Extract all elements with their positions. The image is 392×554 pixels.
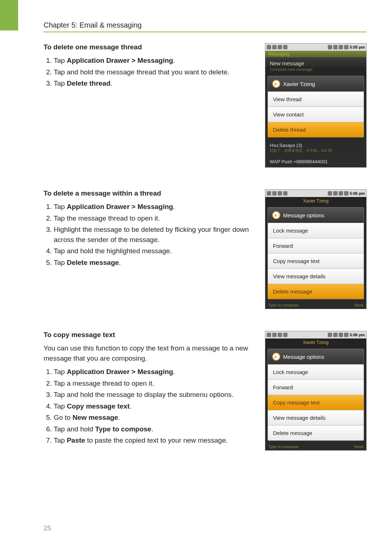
status-bar: 5:06 pm bbox=[265, 331, 366, 338]
menu-item-forward[interactable]: Forward bbox=[268, 379, 364, 395]
step-text: Tap bbox=[54, 57, 67, 64]
status-icons-left bbox=[267, 191, 287, 196]
network-icon bbox=[344, 333, 348, 337]
menu-item-view-details[interactable]: View message details bbox=[268, 410, 364, 425]
thread-row[interactable]: WAP Push +886986444001 bbox=[265, 156, 366, 167]
context-menu-title: Message options bbox=[283, 212, 324, 218]
side-tab-decoration bbox=[0, 0, 18, 30]
step: Tap and hold the highlighted message. bbox=[54, 246, 256, 256]
step: Tap Application Drawer > Messaging. bbox=[54, 367, 256, 377]
step-bold: New message bbox=[73, 414, 118, 421]
status-icons-right: 5:05 pm bbox=[328, 45, 365, 49]
step-bold: Application Drawer > Messaging bbox=[67, 203, 173, 210]
menu-item-copy-text[interactable]: Copy message text bbox=[268, 253, 364, 268]
section-heading: To delete a message within a thread bbox=[44, 189, 256, 197]
step-post: . bbox=[173, 203, 175, 210]
step-text: Go to bbox=[54, 414, 73, 421]
text-column: To delete a message within a thread Tap … bbox=[44, 189, 265, 269]
step: Tap Application Drawer > Messaging. bbox=[54, 56, 256, 66]
step-text: Tap bbox=[54, 402, 67, 410]
context-menu-title: Message options bbox=[283, 354, 324, 360]
phone-screenshot-3: 5:06 pm Xavier Tzeng Message options Loc… bbox=[265, 331, 367, 451]
step-list: Tap Application Drawer > Messaging. Tap … bbox=[44, 56, 256, 89]
signal-icon bbox=[339, 45, 343, 49]
section-intro: You can use this function to copy the te… bbox=[44, 343, 256, 363]
notification-icon bbox=[267, 333, 271, 337]
step: Go to New message. bbox=[54, 413, 256, 423]
menu-item-lock-message[interactable]: Lock message bbox=[268, 223, 364, 238]
avatar-icon bbox=[272, 353, 280, 361]
step-post: to paste the copied text to your new mes… bbox=[85, 436, 228, 444]
chapter-header: Chapter 5: Email & messaging bbox=[44, 21, 367, 29]
step-bold: Delete thread bbox=[67, 79, 110, 87]
bluetooth-icon bbox=[328, 45, 332, 49]
step-text: Tap and hold bbox=[54, 425, 95, 433]
section-delete-message: To delete a message within a thread Tap … bbox=[44, 189, 367, 309]
step-post: . bbox=[173, 368, 175, 376]
compose-placeholder[interactable]: Type to compose bbox=[268, 303, 299, 307]
header-rule bbox=[44, 32, 367, 32]
step-bold: Type to compose bbox=[95, 425, 151, 433]
usb-icon bbox=[278, 333, 282, 337]
menu-item-delete-thread[interactable]: Delete thread bbox=[268, 122, 364, 137]
menu-item-lock-message[interactable]: Lock message bbox=[268, 364, 364, 379]
signal-icon bbox=[339, 191, 343, 196]
step-text: Tap bbox=[54, 368, 67, 376]
step-post: . bbox=[173, 57, 175, 64]
step-bold: Application Drawer > Messaging bbox=[67, 57, 173, 64]
text-column: To delete one message thread Tap Applica… bbox=[44, 43, 265, 90]
send-button[interactable]: Send bbox=[354, 303, 363, 307]
step: Tap the message thread to open it. bbox=[54, 213, 256, 223]
menu-item-view-thread[interactable]: View thread bbox=[268, 91, 364, 107]
step: Tap and hold Type to compose. bbox=[54, 424, 256, 434]
step-bold: Paste bbox=[67, 436, 85, 444]
section-heading: To copy message text bbox=[44, 331, 256, 339]
send-button[interactable]: Send bbox=[354, 444, 363, 449]
page-number: 25 bbox=[44, 524, 51, 532]
avatar-icon bbox=[272, 80, 280, 88]
menu-item-delete-message[interactable]: Delete message bbox=[268, 284, 364, 299]
warning-icon bbox=[283, 45, 287, 49]
menu-item-view-contact[interactable]: View contact bbox=[268, 107, 364, 122]
step-bold: Copy message text bbox=[67, 402, 130, 410]
step: Tap Paste to paste the copied text to yo… bbox=[54, 435, 256, 446]
step-post: . bbox=[151, 425, 153, 433]
notification-icon bbox=[267, 45, 271, 49]
menu-item-delete-message[interactable]: Delete message bbox=[268, 425, 364, 440]
context-menu: Message options Lock message Forward Cop… bbox=[268, 207, 364, 299]
step-text: Tap bbox=[54, 203, 67, 210]
avatar-icon bbox=[272, 211, 280, 219]
step-bold: Application Drawer > Messaging bbox=[67, 368, 173, 376]
context-menu: Message options Lock message Forward Cop… bbox=[268, 349, 364, 441]
step-text: Tap and hold the message to display the … bbox=[54, 391, 233, 398]
menu-item-copy-text[interactable]: Copy message text bbox=[268, 395, 364, 410]
status-time: 5:05 pm bbox=[350, 45, 365, 49]
section-copy-text: To copy message text You can use this fu… bbox=[44, 331, 367, 451]
thread-row[interactable]: Hsu;Sasaya (3) 好點了，你要多休息。今天會... Jun 28 bbox=[265, 140, 366, 156]
context-menu: Xavier Tzeng View thread View contact De… bbox=[268, 76, 364, 138]
step: Highlight the message to be deleted by f… bbox=[54, 225, 256, 245]
thread-title: WAP Push +886986444001 bbox=[270, 159, 362, 164]
status-bar: 5:06 pm bbox=[265, 190, 366, 197]
step: Tap Copy message text. bbox=[54, 401, 256, 411]
step: Tap Delete thread. bbox=[54, 78, 256, 89]
compose-placeholder[interactable]: Type to compose bbox=[268, 444, 299, 449]
step-post: . bbox=[130, 402, 131, 410]
context-menu-header: Message options bbox=[268, 349, 364, 364]
status-time: 5:06 pm bbox=[350, 191, 365, 196]
warning-icon bbox=[283, 191, 287, 196]
network-icon bbox=[344, 191, 348, 196]
menu-item-forward[interactable]: Forward bbox=[268, 238, 364, 253]
step-post: . bbox=[119, 259, 121, 266]
signal-icon bbox=[339, 333, 343, 337]
conversation-title: Xavier Tzeng bbox=[265, 338, 366, 346]
step-bold: Delete message bbox=[67, 259, 119, 266]
conversation-title: Xavier Tzeng bbox=[265, 197, 366, 205]
network-icon bbox=[344, 45, 348, 49]
status-bar: 5:05 pm bbox=[265, 44, 366, 51]
step-text: Tap and hold the highlighted message. bbox=[54, 247, 172, 255]
step-text: Highlight the message to be deleted by f… bbox=[54, 226, 249, 243]
new-message-row[interactable]: New message bbox=[265, 57, 366, 67]
step-text: Tap the message thread to open it. bbox=[54, 214, 160, 222]
menu-item-view-details[interactable]: View message details bbox=[268, 268, 364, 284]
